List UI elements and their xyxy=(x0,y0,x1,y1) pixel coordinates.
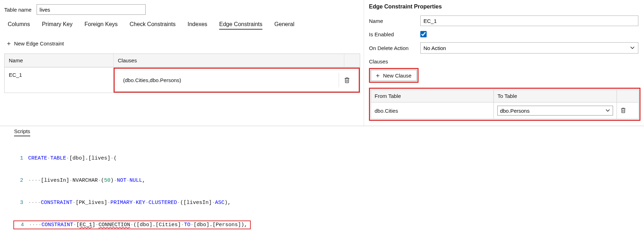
prop-name-row: Name xyxy=(369,15,640,26)
new-edge-constraint-button[interactable]: ＋ New Edge Constraint xyxy=(4,39,65,47)
plus-icon: ＋ xyxy=(375,72,381,79)
scripts-title: Scripts xyxy=(14,128,30,136)
delete-row-button[interactable] xyxy=(339,73,355,87)
tab-edge-constraints[interactable]: Edge Constraints xyxy=(219,21,262,30)
clause-header-to: To Table xyxy=(494,90,617,102)
clause-header-from: From Table xyxy=(371,90,494,102)
tab-bar: Columns Primary Key Foreign Keys Check C… xyxy=(4,21,360,30)
prop-enabled-label: Is Enabled xyxy=(369,31,420,37)
clauses-subtitle: Clauses xyxy=(369,58,640,64)
clause-table: From Table To Table dbo.Cities dbo.Perso… xyxy=(371,89,639,119)
prop-name-label: Name xyxy=(369,18,420,24)
tab-general[interactable]: General xyxy=(274,21,294,30)
edge-constraints-grid: Name Clauses EC_1 (dbo.Cities,dbo.Person… xyxy=(4,54,360,93)
table-name-input[interactable] xyxy=(37,4,146,15)
properties-title: Edge Constraint Properties xyxy=(369,4,640,10)
new-clause-label: New Clause xyxy=(383,73,412,79)
table-name-row: Table name xyxy=(4,4,360,15)
new-clause-button[interactable]: ＋ New Clause xyxy=(371,70,417,81)
tab-foreign-keys[interactable]: Foreign Keys xyxy=(84,21,117,30)
clause-row[interactable]: dbo.Cities dbo.Persons xyxy=(371,102,639,119)
tab-columns[interactable]: Columns xyxy=(8,21,30,30)
prop-delete-row: On Delete Action No Action xyxy=(369,42,640,54)
scripts-panel: Scripts 1CREATE·TABLE·[dbo].[lives]·( 2·… xyxy=(0,126,644,230)
table-row[interactable]: EC_1 (dbo.Cities,dbo.Persons) xyxy=(5,67,360,93)
grid-header-clauses: Clauses xyxy=(114,54,344,67)
trash-icon xyxy=(344,77,350,83)
grid-header-name: Name xyxy=(5,54,114,67)
trash-icon xyxy=(620,107,626,113)
prop-enabled-row: Is Enabled xyxy=(369,31,640,37)
row-clauses-highlight: (dbo.Cities,dbo.Persons) xyxy=(114,68,360,93)
table-name-label: Table name xyxy=(4,7,32,13)
tab-primary-key[interactable]: Primary Key xyxy=(42,21,72,30)
clause-to-select[interactable]: dbo.Persons xyxy=(497,106,613,116)
script-editor[interactable]: 1CREATE·TABLE·[dbo].[lives]·( 2····[live… xyxy=(13,140,644,230)
row-name-cell[interactable]: EC_1 xyxy=(5,68,114,93)
designer-left-pane: Table name Columns Primary Key Foreign K… xyxy=(0,0,364,126)
clause-table-highlight: From Table To Table dbo.Cities dbo.Perso… xyxy=(369,88,640,121)
plus-icon: ＋ xyxy=(6,40,12,46)
prop-enabled-checkbox[interactable] xyxy=(420,31,427,37)
prop-delete-label: On Delete Action xyxy=(369,45,420,51)
grid-header-actions xyxy=(344,54,360,67)
prop-name-input[interactable] xyxy=(420,15,638,26)
new-clause-highlight: ＋ New Clause xyxy=(369,68,419,83)
clause-delete-cell[interactable] xyxy=(617,102,638,119)
prop-delete-select[interactable]: No Action xyxy=(420,42,638,54)
properties-pane: Edge Constraint Properties Name Is Enabl… xyxy=(364,0,644,126)
grid-header: Name Clauses xyxy=(5,54,360,67)
new-edge-constraint-label: New Edge Constraint xyxy=(14,41,64,46)
tab-indexes[interactable]: Indexes xyxy=(187,21,207,30)
tab-check-constraints[interactable]: Check Constraints xyxy=(130,21,176,30)
clause-from-cell[interactable]: dbo.Cities xyxy=(371,102,494,119)
clause-to-cell[interactable]: dbo.Persons xyxy=(494,102,617,119)
row-clauses-cell[interactable]: (dbo.Cities,dbo.Persons) xyxy=(119,73,339,87)
clause-header-actions xyxy=(617,90,638,102)
